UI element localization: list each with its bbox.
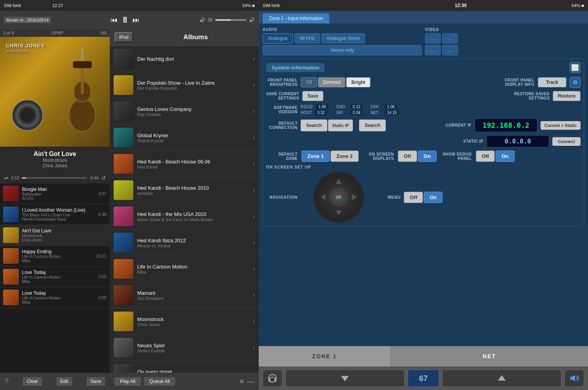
stereo-only-btn[interactable]: Stereo only <box>263 45 422 55</box>
album-row[interactable]: Life In Cartoon Motion Mika › <box>110 256 259 282</box>
search-right-btn[interactable]: Search <box>359 120 386 131</box>
prev-button[interactable]: ⏮ <box>111 16 118 24</box>
album-row[interactable]: Hed Kandi - the Mix USA 2010 Adam Shaw &… <box>110 203 259 230</box>
brightness-off-btn[interactable]: Off <box>301 77 317 87</box>
album-row[interactable]: Der Nachtig dori › <box>110 46 259 72</box>
net-section[interactable]: NET <box>391 346 588 366</box>
version-group-3: DSP: 1.06 NET: 14.15 <box>370 104 399 115</box>
zone-tab[interactable]: Zone 1 - Input Information <box>263 13 329 24</box>
static-ip-label: STATIC IP <box>452 139 483 143</box>
search-connection-btn[interactable]: Search <box>301 120 327 131</box>
guitar-decoration <box>59 45 106 139</box>
album-row[interactable]: Global Kryner Global Kryner › <box>110 125 259 151</box>
edit-button[interactable]: Edit <box>56 377 73 386</box>
album-row[interactable]: Neues Spiel Stefan Gwildie › <box>110 335 259 361</box>
playlist-item[interactable]: Ain't Got Love Moonstruck, Chris Jones <box>0 225 110 246</box>
help-button[interactable]: ? <box>5 377 9 386</box>
clear-button[interactable]: Clear <box>23 377 42 386</box>
on-screen-buttons: Off On <box>398 151 437 162</box>
svg-marker-11 <box>498 375 506 381</box>
static-ip-btn[interactable]: Static IP <box>328 120 353 131</box>
playlist-thumb <box>3 290 19 305</box>
48khz-btn[interactable]: 48 KHz <box>294 33 320 44</box>
list-view-button[interactable]: ≡ <box>240 377 244 386</box>
progress-track[interactable] <box>22 177 87 179</box>
video-buttons: ... ... <box>425 33 584 44</box>
iap-val: 0.04 <box>350 110 363 115</box>
video-btn-2[interactable]: ... <box>442 33 458 44</box>
zone1-btn[interactable]: Zone 1 <box>301 151 330 162</box>
audio-block: AUDIO Analogue 48 KHz Analogue Direct St… <box>263 27 422 55</box>
on-screen-off-btn[interactable]: Off <box>398 151 417 162</box>
on-screen-on-btn[interactable]: On <box>418 151 437 162</box>
album-row-artist: Chris Jones <box>137 322 249 327</box>
vol-icon-btn[interactable] <box>263 370 282 387</box>
minus-button[interactable]: — <box>247 377 254 386</box>
dpad-left-btn[interactable] <box>316 190 330 204</box>
menu-off-btn[interactable]: Off <box>404 192 423 203</box>
playlist-item[interactable]: Boogie Man Ballbreaker AC/DC 4:07 <box>0 183 110 204</box>
play-pause-button[interactable]: ⏸ <box>121 15 129 25</box>
left-bottom-toolbar: ? Clear Edit Save <box>0 373 110 390</box>
album-row[interactable]: Moonstruck Chris Jones › <box>110 308 259 335</box>
zone2-btn[interactable]: Zone 2 <box>330 151 359 162</box>
progress-fill <box>22 177 26 179</box>
vol-up-btn[interactable] <box>442 370 561 387</box>
save-button[interactable]: Save <box>87 377 105 386</box>
dpad-down-btn[interactable] <box>332 206 346 220</box>
album-row[interactable]: Der Popolski-Show - Live In Zabre Der Fa… <box>110 72 259 98</box>
right-content: AUDIO Analogue 48 KHz Analogue Direct St… <box>259 24 588 346</box>
shuffle-icon[interactable]: ⇌ <box>4 175 9 181</box>
playlist-info: Happy Ending Life In Cartoon Motion Mika <box>22 249 93 263</box>
dpad-up-btn[interactable] <box>332 174 346 189</box>
playlist-item[interactable]: Love Today Life In Cartoon Motion Mika 3… <box>0 287 110 308</box>
playlist-item[interactable]: Love Today Life In Cartoon Motion Mika 3… <box>0 267 110 287</box>
connect-btn[interactable]: Connect <box>552 137 581 146</box>
playlist-item[interactable]: I Loved Another Woman (Live) The Blues G… <box>0 204 110 225</box>
video-btn-3[interactable]: ... <box>425 45 441 55</box>
album-row[interactable]: Genius Loves Company Ray Charles › <box>110 98 259 125</box>
chevron-icon: › <box>253 108 255 115</box>
info-icon-button[interactable]: ⬜ <box>570 62 581 73</box>
dpad-ok-btn[interactable]: OK <box>330 188 348 206</box>
album-row[interactable]: Mamani Joy Denalane › <box>110 282 259 308</box>
zone1-section[interactable]: ZONE 1 <box>259 346 391 366</box>
save-settings-btn[interactable]: Save <box>302 91 323 101</box>
album-row[interactable]: Hed Kandi - Beach House 2010 andrade › <box>110 177 259 203</box>
album-row[interactable]: On every street Dire Straits › <box>110 361 259 373</box>
speaker-btn[interactable] <box>564 370 584 387</box>
time-left: 12:27 <box>52 3 63 8</box>
volume-slider[interactable] <box>215 19 247 21</box>
playlist-item[interactable]: Happy Ending Life In Cartoon Motion Mika… <box>0 246 110 267</box>
brightness-bright-btn[interactable]: Bright <box>346 77 370 87</box>
playlist-album: Moonstruck, <box>22 234 103 238</box>
current-to-static-btn[interactable]: Current > Static <box>541 121 581 130</box>
video-btn-4[interactable]: ... <box>442 45 458 55</box>
recycle-btn[interactable]: ♻ <box>570 77 581 88</box>
video-btn-1[interactable]: ... <box>425 33 441 44</box>
analogue-direct-btn[interactable]: Analogue Direct <box>321 33 365 44</box>
repeat-icon[interactable]: ↺ <box>101 175 106 181</box>
next-button[interactable]: ⏭ <box>132 16 140 24</box>
dpad-left-arrow <box>321 194 325 200</box>
brightness-dimmed-btn[interactable]: Dimmed <box>318 77 346 87</box>
static-ip-display: 0.0.0.0 <box>486 135 549 147</box>
main-content-left: 3 of 6 UPNP 0/0 CHRIS JONES moonstruck <box>0 29 259 390</box>
analogue-btn[interactable]: Analogue <box>263 33 293 44</box>
debug-off-btn[interactable]: Off <box>476 151 495 162</box>
vol-down-btn[interactable] <box>285 370 405 387</box>
zone-buttons: Zone 1 Zone 2 <box>301 151 359 162</box>
play-all-button[interactable]: Play All <box>114 377 141 386</box>
menu-on-btn[interactable]: On <box>424 192 443 203</box>
debug-on-btn[interactable]: On <box>495 151 514 162</box>
dpad-right-btn[interactable] <box>347 190 361 204</box>
restore-settings-btn[interactable]: Restore <box>553 91 581 101</box>
menu-buttons: Off On <box>404 192 443 203</box>
album-row[interactable]: Hed Kandi Ibiza 2012 Alesso vs. Keane › <box>110 230 259 256</box>
album-row-info: Hed Kandi - the Mix USA 2010 Adam Shaw &… <box>137 211 249 222</box>
queue-all-button[interactable]: Queue All <box>144 377 175 386</box>
albums-list[interactable]: Der Nachtig dori › Der Popolski-Show - L… <box>110 46 259 373</box>
ipod-tab[interactable]: iPod <box>114 32 133 42</box>
track-btn[interactable]: Track <box>538 77 566 87</box>
album-row[interactable]: Hed Kandi - Beach House 06.06 Hed Kandi … <box>110 151 259 177</box>
